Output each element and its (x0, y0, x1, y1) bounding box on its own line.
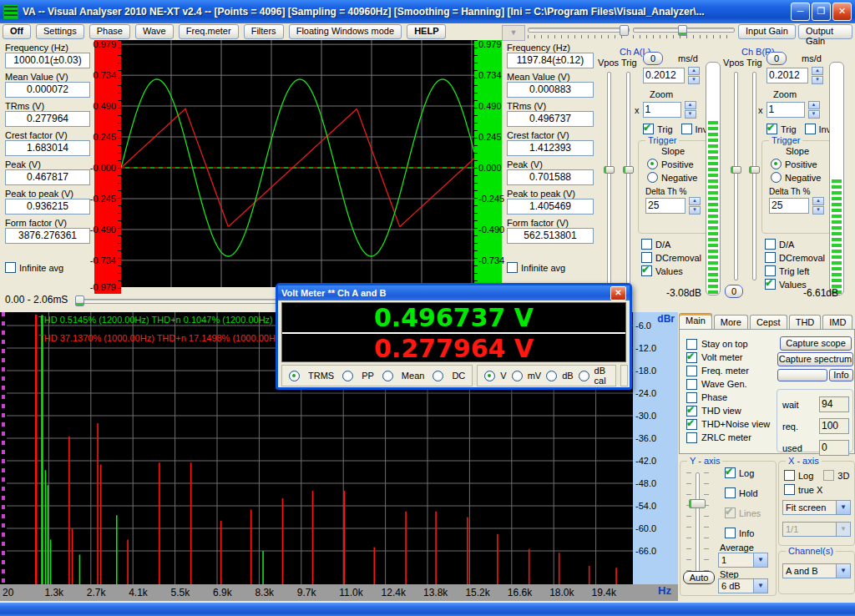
spin-down-icon[interactable]: ▼ (812, 76, 823, 84)
output-gain-button[interactable]: Output Gain (798, 24, 852, 39)
dc-radio[interactable] (433, 371, 443, 381)
chevron-down-icon[interactable]: ▼ (754, 578, 768, 593)
values-checkbox-b[interactable] (765, 279, 776, 290)
freq-meter-checkbox[interactable] (686, 366, 697, 376)
slope-negative-radio-a[interactable] (647, 172, 658, 183)
v-radio[interactable] (484, 371, 495, 381)
average-combo[interactable]: 1 ▼ (718, 553, 768, 568)
time-div-field-a[interactable]: 0.2012 (643, 68, 685, 83)
dcremoval-checkbox-b[interactable] (765, 252, 776, 263)
close-icon[interactable]: ✕ (610, 286, 626, 300)
delta-th-field-b[interactable]: 25 (769, 198, 809, 214)
inv-checkbox-b[interactable] (805, 124, 816, 134)
info-button[interactable]: Info (829, 369, 853, 381)
dbcal-radio[interactable] (579, 371, 589, 381)
zero-button-a[interactable]: 0 (643, 52, 663, 65)
spin-down-icon[interactable]: ▼ (688, 76, 700, 84)
thd-noise-view-checkbox[interactable] (686, 419, 697, 430)
spin-up-icon[interactable]: ▲ (688, 67, 700, 75)
phase-checkbox[interactable] (686, 392, 697, 403)
off-button[interactable]: Off (3, 24, 31, 39)
mv-radio[interactable] (512, 371, 523, 381)
trig-slider-b-thumb[interactable] (749, 166, 760, 174)
chevron-dropdown[interactable]: ▼ (502, 25, 525, 41)
trig-slider-a-thumb[interactable] (623, 166, 634, 174)
volt-meter-titlebar[interactable]: Volt Meter ** Ch A and B ✕ (278, 285, 630, 300)
time-div-spinner-a[interactable]: ▲▼ (688, 67, 700, 84)
zoom-field-b[interactable]: 1 (766, 102, 805, 118)
slope-positive-radio-b[interactable] (771, 159, 782, 169)
zoom-spinner-b[interactable]: ▲▼ (808, 101, 820, 119)
delta-th-spinner-a[interactable]: ▲▼ (689, 197, 701, 215)
y-axis-slider-thumb[interactable] (689, 499, 706, 508)
chevron-down-icon[interactable]: ▼ (837, 500, 851, 515)
trig-slider-b[interactable] (752, 72, 756, 280)
chevron-down-icon[interactable]: ▼ (837, 563, 851, 578)
tab-thd[interactable]: THD (789, 315, 822, 329)
slope-negative-radio-b[interactable] (771, 172, 782, 183)
y-log-checkbox[interactable] (725, 467, 736, 478)
vpos-slider-a-thumb[interactable] (604, 166, 615, 174)
time-div-spinner-b[interactable]: ▲▼ (812, 67, 823, 84)
trig-checkbox-a[interactable] (643, 124, 654, 134)
tab-main[interactable]: Main (679, 313, 712, 329)
zero-button-b[interactable]: 0 (766, 52, 787, 65)
da-checkbox-a[interactable] (641, 239, 652, 250)
y-axis-slider[interactable] (696, 472, 700, 583)
tab-imd[interactable]: IMD (822, 315, 852, 329)
tab-cepst[interactable]: Cepst (750, 315, 787, 329)
vpos-slider-b-thumb[interactable] (731, 166, 741, 174)
filters-button[interactable]: Filters (244, 24, 284, 39)
inv-checkbox-a[interactable] (681, 124, 692, 134)
y-hold-checkbox[interactable] (725, 487, 736, 498)
wave-button[interactable]: Wave (135, 24, 174, 39)
minimize-button[interactable]: ─ (791, 3, 810, 21)
spin-up-icon[interactable]: ▲ (812, 67, 823, 75)
values-checkbox-a[interactable] (641, 265, 652, 276)
freqmeter-button[interactable]: Freq.meter (179, 24, 239, 39)
fit-screen-combo[interactable]: Fit screen ▼ (782, 500, 851, 515)
zoom-field-a[interactable]: 1 (643, 102, 681, 118)
blank-button[interactable] (777, 369, 827, 381)
tab-more[interactable]: More (714, 315, 748, 329)
pp-radio[interactable] (342, 371, 353, 381)
zoom-spinner-a[interactable]: ▲▼ (685, 101, 696, 119)
thd-view-checkbox[interactable] (686, 406, 697, 417)
spin-down-icon[interactable]: ▼ (808, 110, 820, 119)
delta-th-spinner-b[interactable]: ▲▼ (812, 197, 824, 215)
slope-positive-radio-a[interactable] (647, 159, 658, 169)
wave-gen-checkbox[interactable] (686, 379, 697, 390)
phase-button[interactable]: Phase (89, 24, 130, 39)
infinite-avg-checkbox[interactable] (5, 262, 16, 273)
help-button[interactable]: HELP (407, 24, 446, 39)
spin-down-icon[interactable]: ▼ (689, 206, 701, 215)
x-truex-checkbox[interactable] (784, 484, 795, 495)
scope-time-slider-thumb[interactable] (75, 295, 84, 306)
db-radio[interactable] (546, 371, 557, 381)
da-checkbox-b[interactable] (765, 239, 776, 250)
stay-on-top-checkbox[interactable] (686, 339, 697, 350)
spin-up-icon[interactable]: ▲ (808, 101, 820, 109)
settings-button[interactable]: Settings (36, 24, 84, 39)
capture-scope-button[interactable]: Capture scope (780, 336, 852, 351)
y-info-checkbox[interactable] (725, 528, 736, 538)
capture-spectrum-button[interactable]: Capture spectrum (777, 352, 853, 366)
input-gain-button[interactable]: Input Gain (738, 24, 796, 39)
step-combo[interactable]: 6 dB ▼ (718, 578, 768, 593)
volt-meter-checkbox[interactable] (686, 352, 697, 363)
aux-slider-1[interactable] (528, 28, 630, 33)
spin-up-icon[interactable]: ▲ (812, 197, 824, 205)
vpos-slider-b[interactable] (734, 72, 738, 280)
channels-combo[interactable]: A and B ▼ (782, 563, 851, 578)
spin-up-icon[interactable]: ▲ (685, 101, 696, 109)
trig-checkbox-b[interactable] (766, 124, 777, 134)
y-axis-auto-button[interactable]: Auto (683, 571, 715, 584)
zero-bottom-button-b[interactable]: 0 (725, 285, 743, 298)
spin-up-icon[interactable]: ▲ (689, 197, 701, 205)
restore-button[interactable]: ❐ (812, 3, 831, 21)
spin-down-icon[interactable]: ▼ (685, 110, 696, 119)
x-log-checkbox[interactable] (784, 470, 795, 481)
chevron-down-icon[interactable]: ▼ (754, 553, 768, 568)
trms-radio[interactable] (289, 371, 300, 381)
spin-down-icon[interactable]: ▼ (812, 206, 824, 215)
